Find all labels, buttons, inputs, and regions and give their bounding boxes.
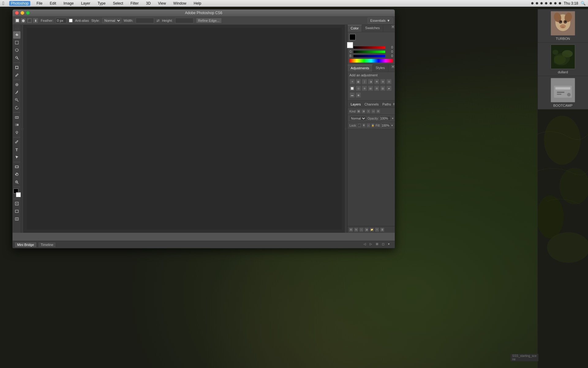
tool-rect-shape[interactable] bbox=[13, 163, 21, 171]
tab-timeline[interactable]: Timeline bbox=[38, 242, 56, 247]
minimize-button[interactable] bbox=[21, 11, 24, 15]
opacity-dropdown-icon[interactable]: ▾ bbox=[392, 117, 394, 120]
menu-type[interactable]: Type bbox=[96, 1, 107, 6]
tool-dodge[interactable] bbox=[13, 129, 21, 136]
menu-photoshop[interactable]: Photoshop bbox=[9, 1, 30, 6]
kind-type[interactable]: T bbox=[366, 109, 371, 113]
menu-image[interactable]: Image bbox=[62, 1, 75, 6]
adj-threshold[interactable]: ▰ bbox=[386, 86, 392, 91]
menu-filter[interactable]: Filter bbox=[129, 1, 140, 6]
tool-screen-mode[interactable] bbox=[13, 208, 21, 215]
feather-input[interactable] bbox=[56, 18, 66, 23]
layer-fx[interactable]: fx bbox=[354, 228, 358, 232]
kind-adjustment[interactable]: ◑ bbox=[361, 109, 366, 113]
tab-swatches[interactable]: Swatches bbox=[362, 25, 383, 32]
adj-gradient-map[interactable]: ▬ bbox=[349, 92, 355, 98]
adj-bw[interactable]: ⬜ bbox=[349, 86, 355, 91]
kind-smart[interactable]: ⊞ bbox=[376, 109, 380, 113]
blend-mode-select[interactable]: Normal bbox=[349, 116, 366, 121]
turbon-thumbnail[interactable] bbox=[551, 11, 575, 36]
width-input[interactable] bbox=[136, 18, 154, 23]
tool-healing[interactable] bbox=[13, 81, 21, 88]
tool-marquee-rect[interactable] bbox=[13, 39, 21, 46]
fg-chip[interactable] bbox=[349, 34, 356, 40]
r-slider[interactable] bbox=[353, 46, 385, 49]
tab-mini-bridge[interactable]: Mini Bridge bbox=[14, 242, 37, 247]
close-button[interactable] bbox=[15, 11, 19, 15]
tool-magic-wand[interactable] bbox=[13, 54, 21, 62]
layer-group[interactable]: 📁 bbox=[370, 228, 374, 232]
bottom-icon-5[interactable]: ▾ bbox=[388, 242, 393, 247]
tool-move[interactable] bbox=[13, 31, 21, 39]
color-spectrum[interactable] bbox=[349, 59, 393, 63]
adj-hsl[interactable]: ⊞ bbox=[380, 79, 386, 84]
lock-all[interactable]: 🔒 bbox=[371, 123, 375, 128]
tab-channels[interactable]: Channels bbox=[363, 101, 380, 107]
refine-edge-button[interactable]: Refine Edge... bbox=[196, 18, 222, 23]
menu-view[interactable]: View bbox=[157, 1, 167, 6]
adj-curves[interactable]: ∫ bbox=[362, 79, 367, 84]
adj-posterize[interactable]: ▧ bbox=[380, 86, 386, 91]
tool-crop[interactable] bbox=[13, 64, 21, 71]
adj-levels[interactable]: ▦ bbox=[356, 79, 361, 84]
menu-select[interactable]: Select bbox=[112, 1, 124, 6]
tool-path-select[interactable] bbox=[13, 154, 21, 161]
tool-history-brush[interactable] bbox=[13, 104, 21, 111]
bottom-icon-4[interactable]: ◻ bbox=[382, 242, 387, 247]
color-swatch-picker[interactable] bbox=[349, 34, 359, 44]
apple-menu[interactable]:  bbox=[2, 1, 4, 6]
tool-extra[interactable] bbox=[13, 215, 21, 223]
tool-clone[interactable] bbox=[13, 96, 21, 104]
lock-move[interactable]: ↔ bbox=[367, 123, 370, 128]
adj-photo-filter[interactable]: ◎ bbox=[356, 86, 361, 91]
menu-help[interactable]: Help bbox=[193, 1, 203, 6]
essentials-button[interactable]: Essentials ▼ bbox=[368, 17, 393, 24]
adj-color-lookup[interactable]: ▤ bbox=[368, 86, 373, 91]
marquee-col-opt[interactable]: ▮ bbox=[33, 18, 38, 23]
dullard-thumbnail[interactable] bbox=[551, 44, 575, 69]
layer-delete[interactable]: 🗑 bbox=[380, 228, 384, 232]
anti-alias-checkbox[interactable] bbox=[69, 19, 73, 22]
marquee-ellipse-opt[interactable]: ⬤ bbox=[21, 18, 26, 23]
adj-vibrance[interactable]: ❋ bbox=[374, 79, 379, 84]
lock-pixels[interactable]: ⬛ bbox=[358, 123, 361, 128]
tool-lasso[interactable] bbox=[13, 47, 21, 54]
adj-exposure[interactable]: ◑ bbox=[368, 79, 373, 84]
right-panel-grip[interactable]: ⋮⋮ bbox=[345, 25, 347, 233]
menu-window[interactable]: Window bbox=[172, 1, 188, 6]
kind-pixel[interactable]: ▦ bbox=[356, 109, 361, 113]
layer-new[interactable]: + bbox=[375, 228, 379, 232]
menu-edit[interactable]: Edit bbox=[49, 1, 58, 6]
g-slider[interactable] bbox=[353, 51, 385, 53]
lock-position[interactable]: ✥ bbox=[362, 123, 366, 128]
adj-invert[interactable]: ⊞ bbox=[374, 86, 379, 91]
tab-styles[interactable]: Styles bbox=[373, 65, 388, 72]
b-slider[interactable] bbox=[353, 55, 385, 57]
fill-input[interactable] bbox=[381, 123, 390, 128]
adj-selective-color[interactable]: ◉ bbox=[356, 92, 361, 98]
maximize-button[interactable] bbox=[26, 11, 30, 15]
menu-layer[interactable]: Layer bbox=[80, 1, 92, 6]
style-select[interactable]: Normal bbox=[102, 18, 121, 23]
layers-panel-collapse[interactable]: ▾ bbox=[393, 102, 395, 106]
menu-3d[interactable]: 3D bbox=[145, 1, 152, 6]
layer-mask[interactable]: ○ bbox=[359, 228, 364, 232]
layer-link[interactable]: ⊞ bbox=[349, 228, 353, 232]
tool-type[interactable]: T bbox=[13, 146, 21, 153]
tool-quick-mask[interactable] bbox=[13, 200, 21, 207]
tool-hand[interactable] bbox=[13, 171, 21, 178]
bottom-icon-3[interactable]: ⊞ bbox=[376, 242, 381, 247]
bottom-icon-1[interactable]: ◁ bbox=[364, 242, 368, 247]
bg-chip[interactable] bbox=[347, 42, 353, 48]
tool-eyedropper[interactable] bbox=[13, 71, 21, 79]
tab-paths[interactable]: Paths bbox=[381, 101, 393, 107]
color-panel-collapse[interactable]: ▾ bbox=[391, 25, 395, 29]
marquee-row-opt[interactable]: ⬛ bbox=[27, 18, 32, 23]
marquee-rect-opt[interactable]: ⬜ bbox=[14, 18, 20, 23]
menu-file[interactable]: File bbox=[35, 1, 43, 6]
tool-eraser[interactable] bbox=[13, 113, 21, 121]
tab-adjustments[interactable]: Adjustments bbox=[348, 65, 373, 72]
adj-channel-mixer[interactable]: ⊛ bbox=[362, 86, 367, 91]
tool-brush[interactable] bbox=[13, 89, 21, 96]
opacity-input[interactable] bbox=[380, 116, 391, 121]
